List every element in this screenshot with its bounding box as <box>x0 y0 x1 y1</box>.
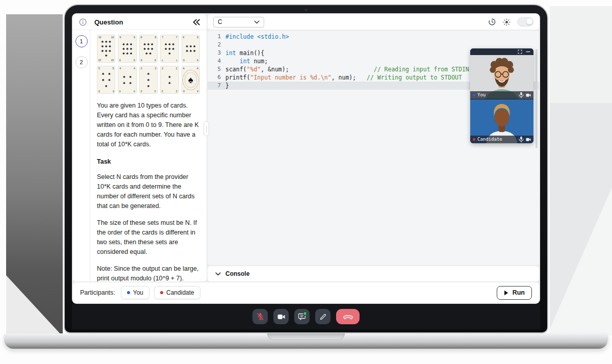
backdrop-left-shape <box>6 14 63 336</box>
expand-icon[interactable] <box>518 49 522 54</box>
chevron-down-icon <box>215 272 221 276</box>
mic-icon[interactable] <box>519 136 524 143</box>
light-mode-sun-icon <box>503 18 511 26</box>
chevron-down-icon <box>254 20 260 24</box>
playing-card-9: 9999♠♠♠♠♠♠♠♠♠ <box>118 35 136 63</box>
playing-card-7: 7777♠♠♠♠♠♠♠ <box>160 35 178 63</box>
laptop-mockup: Question 12 10101010♠♠♠♠♠♠♠♠♠♠9999♠♠♠♠♠♠… <box>64 4 548 333</box>
interview-app-window: Question 12 10101010♠♠♠♠♠♠♠♠♠♠9999♠♠♠♠♠♠… <box>72 13 540 329</box>
question-paragraph: The size of these sets must be N. If the… <box>97 218 200 257</box>
panel-resize-handle[interactable] <box>203 121 209 136</box>
cards-image: 10101010♠♠♠♠♠♠♠♠♠♠9999♠♠♠♠♠♠♠♠♠8888♠♠♠♠♠… <box>97 35 200 94</box>
candidate-status-dot <box>473 138 475 141</box>
code-line-2[interactable]: 2 <box>208 41 539 49</box>
candidate-video-label: Candidate <box>477 136 502 143</box>
you-video-label: You <box>477 91 486 99</box>
camera-icon[interactable] <box>526 93 531 97</box>
question-tab-2[interactable]: 2 <box>75 56 88 68</box>
question-panel-title: Question <box>94 18 123 26</box>
pencil-icon <box>320 314 326 320</box>
run-button[interactable]: Run <box>497 286 532 300</box>
mic-muted-icon <box>257 313 264 321</box>
camera-button[interactable] <box>273 309 289 324</box>
minimize-icon[interactable] <box>526 49 530 54</box>
info-icon[interactable] <box>79 18 87 26</box>
language-select-value: C <box>218 18 222 25</box>
participants-chips: YouCandidate <box>121 286 200 299</box>
mic-muted-button[interactable] <box>252 309 268 324</box>
participant-chip-you[interactable]: You <box>121 286 149 299</box>
question-content[interactable]: 10101010♠♠♠♠♠♠♠♠♠♠9999♠♠♠♠♠♠♠♠♠8888♠♠♠♠♠… <box>90 30 207 281</box>
participants-bar: Participants: YouCandidate Run <box>73 282 539 303</box>
playing-card-A: AAAA♠ <box>182 66 200 94</box>
camera-icon <box>277 314 285 320</box>
question-rail: 12 <box>73 30 90 281</box>
camera-icon[interactable] <box>526 138 531 142</box>
question-paragraph: Select N cards from the provider 10*K ca… <box>97 172 200 211</box>
run-button-label: Run <box>513 289 525 296</box>
editor-scrollbar[interactable] <box>536 49 538 148</box>
participant-chip-candidate[interactable]: Candidate <box>154 286 200 299</box>
play-icon <box>504 290 508 296</box>
editor-toolbar: C <box>208 14 539 30</box>
playing-card-8: 8888♠♠♠♠♠♠♠♠ <box>139 35 158 63</box>
laptop-base-notch <box>267 333 345 340</box>
video-tile-candidate[interactable]: Candidate <box>470 99 533 143</box>
chat-notification-dot <box>303 311 307 316</box>
code-editor[interactable]: 1#include <stdio.h>23int main(){4 int nu… <box>208 31 539 265</box>
webcam-dot <box>304 8 308 12</box>
end-call-button[interactable] <box>336 309 360 324</box>
playing-card-3: 3333♠♠♠ <box>139 66 158 94</box>
question-panel-header: Question <box>73 14 207 30</box>
playing-card-2: 2222♠♠ <box>160 66 178 94</box>
question-tab-1[interactable]: 1 <box>75 35 88 47</box>
collapse-panel-icon[interactable] <box>192 19 200 25</box>
console-label: Console <box>225 270 249 277</box>
console-bar[interactable]: Console <box>208 266 539 281</box>
history-reset-icon[interactable] <box>488 18 496 26</box>
question-paragraph: Note: Since the output can be large, pri… <box>97 264 200 281</box>
editor-panel: C <box>208 14 539 281</box>
draw-button[interactable] <box>315 309 330 324</box>
video-tile-candidate-bar: Candidate <box>470 136 533 143</box>
playing-card-6: 6666♠♠♠♠♠♠ <box>182 35 200 63</box>
video-tile-you[interactable]: You <box>470 55 533 99</box>
end-call-icon <box>343 314 353 319</box>
theme-toggle[interactable] <box>517 17 533 27</box>
video-tile-you-bar: You <box>470 91 533 99</box>
video-call-panel[interactable]: You <box>470 48 533 143</box>
video-panel-titlebar <box>470 48 533 55</box>
playing-card-10: 10101010♠♠♠♠♠♠♠♠♠♠ <box>97 35 115 63</box>
code-line-1[interactable]: 1#include <stdio.h> <box>208 33 539 41</box>
participants-label: Participants: <box>80 289 115 296</box>
playing-card-4: 4444♠♠♠♠ <box>118 66 136 94</box>
chat-button[interactable] <box>294 309 310 324</box>
question-text: You are given 10 types of cards. Every c… <box>97 101 200 281</box>
question-paragraph: You are given 10 types of cards. Every c… <box>97 101 200 149</box>
marketing-canvas: Question 12 10101010♠♠♠♠♠♠♠♠♠♠9999♠♠♠♠♠♠… <box>0 0 612 364</box>
backdrop-right-shape <box>550 6 612 335</box>
call-controls-tray <box>72 304 540 329</box>
playing-card-5: 5555♠♠♠♠♠ <box>97 66 115 94</box>
question-heading: Task <box>97 158 200 165</box>
mic-icon[interactable] <box>519 92 524 99</box>
language-select[interactable]: C <box>213 17 264 28</box>
you-status-dot <box>473 94 475 96</box>
laptop-base <box>4 333 608 349</box>
question-panel: Question 12 10101010♠♠♠♠♠♠♠♠♠♠9999♠♠♠♠♠♠… <box>73 14 207 281</box>
